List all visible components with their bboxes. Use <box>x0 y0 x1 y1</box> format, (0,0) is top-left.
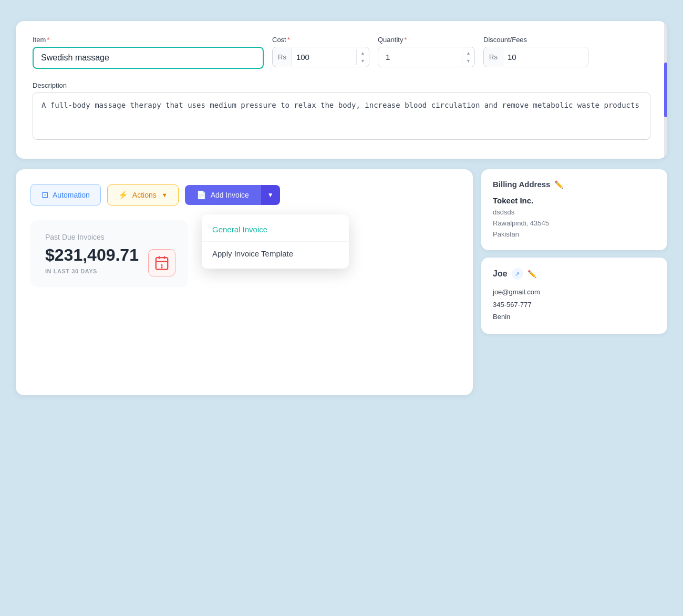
quantity-increment[interactable]: ▲ <box>462 49 474 57</box>
cost-input-wrapper: Rs ▲ ▼ <box>272 47 369 67</box>
discount-form-group: Discount/Fees Rs <box>483 36 588 67</box>
actions-row: ⊡ Automation ⚡ Actions ▼ 📄 Add Invoice ▼ <box>30 184 458 206</box>
description-label: Description <box>33 81 650 89</box>
quantity-input[interactable] <box>378 47 462 67</box>
discount-input[interactable] <box>503 47 588 67</box>
contact-phone: 345-567-777 <box>493 299 656 311</box>
discount-label: Discount/Fees <box>483 36 588 44</box>
add-invoice-label: Add Invoice <box>211 191 249 199</box>
quantity-label: Quantity* <box>378 36 475 44</box>
cost-decrement[interactable]: ▼ <box>357 57 369 65</box>
contact-header: Joe ↗ ✏️ <box>493 268 656 280</box>
cost-label: Cost* <box>272 36 369 44</box>
item-form-card: Item* Cost* Rs ▲ ▼ <box>16 21 667 159</box>
add-invoice-group: 📄 Add Invoice ▼ <box>185 185 280 205</box>
svg-point-5 <box>161 267 162 268</box>
billing-country: Pakistan <box>493 229 656 240</box>
cost-input[interactable] <box>292 47 356 67</box>
contact-name: Joe <box>493 269 508 279</box>
automation-icon: ⊡ <box>42 190 48 200</box>
description-section: Description A full-body massage therapy … <box>33 81 650 142</box>
item-input[interactable] <box>33 47 264 69</box>
billing-company: Tokeet Inc. <box>493 196 656 205</box>
invoice-doc-icon: 📄 <box>196 190 206 200</box>
contact-card: Joe ↗ ✏️ joe@gmail.com 345-567-777 Benin <box>481 258 667 333</box>
chevron-down-icon: ▼ <box>267 191 274 199</box>
cost-increment[interactable]: ▲ <box>357 49 369 57</box>
billing-header: Billing Address ✏️ <box>493 180 656 189</box>
actions-chevron-icon: ▼ <box>162 192 168 198</box>
add-invoice-dropdown-button[interactable]: ▼ <box>261 185 280 205</box>
invoices-card: ⊡ Automation ⚡ Actions ▼ 📄 Add Invoice ▼ <box>16 169 473 395</box>
bottom-section: ⊡ Automation ⚡ Actions ▼ 📄 Add Invoice ▼ <box>16 169 667 395</box>
cost-spinner: ▲ ▼ <box>356 49 369 65</box>
contact-email: joe@gmail.com <box>493 286 656 298</box>
add-invoice-button[interactable]: 📄 Add Invoice <box>185 185 261 205</box>
quantity-spinner: ▲ ▼ <box>462 49 474 65</box>
billing-edit-icon[interactable]: ✏️ <box>554 180 563 189</box>
discount-input-wrapper: Rs <box>483 47 588 67</box>
contact-country: Benin <box>493 311 656 323</box>
item-label: Item* <box>33 36 264 44</box>
quantity-decrement[interactable]: ▼ <box>462 57 474 65</box>
contact-edit-icon[interactable]: ✏️ <box>527 270 536 278</box>
scrollbar-thumb[interactable] <box>664 63 667 118</box>
actions-button[interactable]: ⚡ Actions ▼ <box>107 184 179 206</box>
automation-label: Automation <box>53 191 90 199</box>
apply-template-option[interactable]: Apply Invoice Template <box>202 242 349 265</box>
past-due-label: Past Due Invoices <box>45 233 173 241</box>
invoice-dropdown-menu: General Invoice Apply Invoice Template <box>202 214 349 269</box>
billing-address2: Rawalpindi, 43545 <box>493 218 656 229</box>
contact-link-icon[interactable]: ↗ <box>512 268 523 280</box>
calendar-warning-icon <box>148 249 175 276</box>
billing-address-card: Billing Address ✏️ Tokeet Inc. dsdsds Ra… <box>481 169 667 250</box>
past-due-stat-card: Past Due Invoices $231,409.71 IN LAST 30… <box>30 220 188 287</box>
billing-address1: dsdsds <box>493 207 656 218</box>
lightning-icon: ⚡ <box>118 190 128 200</box>
item-form-group: Item* <box>33 36 264 69</box>
billing-title: Billing Address <box>493 180 550 189</box>
right-cards: Billing Address ✏️ Tokeet Inc. dsdsds Ra… <box>481 169 667 334</box>
scrollbar-track <box>664 21 667 159</box>
quantity-input-wrapper: ▲ ▼ <box>378 47 475 67</box>
quantity-form-group: Quantity* ▲ ▼ <box>378 36 475 67</box>
description-textarea[interactable]: A full-body massage therapy that uses me… <box>33 93 650 140</box>
cost-form-group: Cost* Rs ▲ ▼ <box>272 36 369 67</box>
automation-button[interactable]: ⊡ Automation <box>30 184 101 206</box>
general-invoice-option[interactable]: General Invoice <box>202 218 349 241</box>
discount-prefix: Rs <box>484 48 503 66</box>
actions-label: Actions <box>132 191 157 199</box>
cost-prefix: Rs <box>273 48 292 66</box>
